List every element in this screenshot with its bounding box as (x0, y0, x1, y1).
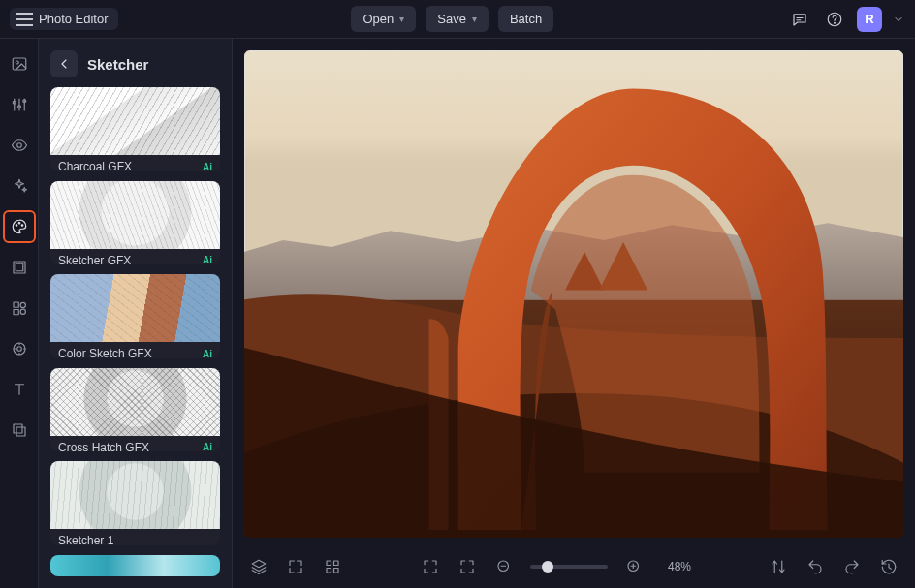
stack-icon[interactable] (248, 556, 269, 577)
canvas[interactable] (244, 50, 903, 538)
ai-badge: Ai (203, 162, 212, 171)
bottombar-left (248, 556, 343, 577)
effect-label: Charcoal GFX (58, 160, 132, 171)
canvas-area: 48% (233, 39, 915, 588)
ai-badge: Ai (203, 349, 212, 358)
svg-rect-2 (13, 58, 26, 70)
comment-icon[interactable] (787, 7, 812, 32)
svg-rect-12 (16, 263, 23, 271)
effect-card-sketcher[interactable]: Sketcher GFXAi (50, 181, 220, 265)
svg-point-7 (16, 143, 21, 148)
svg-point-10 (21, 225, 23, 227)
topbar-center: Open▾ Save▾ Batch (351, 6, 553, 32)
app-title: Photo Editor (39, 12, 109, 26)
frame-icon[interactable] (8, 256, 31, 279)
panel-title: Sketcher (87, 56, 148, 73)
effects-list[interactable]: Charcoal GFXAi Sketcher GFXAi Color Sket… (39, 87, 232, 588)
fullscreen-icon[interactable] (420, 556, 441, 577)
effect-thumb (50, 87, 220, 155)
expand-icon[interactable] (285, 556, 306, 577)
main: Sketcher Charcoal GFXAi Sketcher GFXAi C… (0, 39, 915, 588)
svg-point-18 (16, 347, 21, 352)
open-button[interactable]: Open▾ (351, 6, 416, 32)
layers-icon[interactable] (8, 418, 31, 442)
effect-thumb (50, 368, 220, 436)
tool-rail (0, 39, 39, 588)
zoom-value: 48% (668, 560, 691, 573)
sidebar-head: Sketcher (39, 39, 232, 87)
svg-point-16 (20, 309, 25, 314)
svg-rect-22 (327, 561, 331, 566)
effect-label: Cross Hatch GFX (58, 441, 149, 452)
zoom-thumb[interactable] (542, 561, 553, 573)
effect-card-crosshatch[interactable]: Cross Hatch GFXAi (50, 368, 220, 452)
ai-badge: Ai (203, 255, 212, 264)
effect-label: Color Sketch GFX (58, 347, 152, 358)
zoom-in-icon[interactable] (623, 556, 645, 577)
ai-badge: Ai (203, 442, 212, 451)
topbar-right: R (787, 7, 905, 32)
effect-thumb (50, 181, 220, 249)
hamburger-icon (16, 13, 33, 26)
text-icon[interactable] (8, 378, 31, 401)
effect-label: Sketcher 1 (58, 534, 113, 545)
back-button[interactable] (50, 50, 78, 77)
redo-icon[interactable] (841, 556, 863, 577)
batch-button[interactable]: Batch (498, 6, 553, 32)
retouch-icon[interactable] (8, 337, 31, 360)
chevron-down-icon: ▾ (399, 14, 404, 24)
chevron-down-icon: ▾ (472, 14, 477, 24)
svg-rect-15 (14, 310, 18, 315)
effect-thumb (50, 555, 220, 576)
effect-card-charcoal[interactable]: Charcoal GFXAi (50, 87, 220, 171)
svg-point-9 (18, 223, 20, 225)
effect-card-sketcher1[interactable]: Sketcher 1 (50, 461, 220, 545)
eye-icon[interactable] (8, 134, 31, 157)
svg-rect-20 (16, 427, 25, 436)
sparkles-icon[interactable] (8, 174, 31, 198)
svg-rect-24 (327, 569, 331, 573)
svg-rect-19 (14, 424, 22, 433)
history-icon[interactable] (878, 556, 899, 577)
bottombar: 48% (233, 545, 915, 588)
svg-point-8 (16, 225, 17, 227)
save-button[interactable]: Save▾ (426, 6, 489, 32)
zoom-slider[interactable] (530, 565, 608, 569)
bottombar-center: 48% (420, 556, 691, 577)
canvas-image (244, 50, 903, 538)
effect-card-colorsketch[interactable]: Color Sketch GFXAi (50, 274, 220, 358)
undo-icon[interactable] (805, 556, 826, 577)
help-icon[interactable] (822, 7, 847, 32)
fit-icon[interactable] (457, 556, 478, 577)
zoom-out-icon[interactable] (493, 556, 515, 577)
effects-sidebar: Sketcher Charcoal GFXAi Sketcher GFXAi C… (39, 39, 233, 588)
avatar[interactable]: R (857, 7, 882, 32)
chevron-down-icon[interactable] (892, 7, 905, 32)
app-menu[interactable]: Photo Editor (10, 8, 118, 30)
svg-rect-25 (334, 569, 339, 573)
grid-icon[interactable] (322, 556, 343, 577)
effect-thumb (50, 461, 220, 529)
effect-thumb (50, 274, 220, 342)
effect-label: Sketcher GFX (58, 254, 131, 265)
sliders-icon[interactable] (8, 93, 31, 116)
svg-rect-13 (14, 302, 18, 307)
effect-card-partial[interactable] (50, 555, 220, 576)
shapes-icon[interactable] (8, 296, 31, 320)
svg-rect-23 (334, 561, 339, 566)
svg-point-1 (835, 22, 836, 23)
image-tool-icon[interactable] (8, 52, 31, 76)
bottombar-right (768, 556, 899, 577)
svg-point-3 (16, 61, 18, 64)
svg-point-14 (20, 302, 25, 307)
compare-icon[interactable] (768, 556, 789, 577)
topbar: Photo Editor Open▾ Save▾ Batch R (0, 0, 915, 39)
palette-icon[interactable] (8, 215, 31, 238)
